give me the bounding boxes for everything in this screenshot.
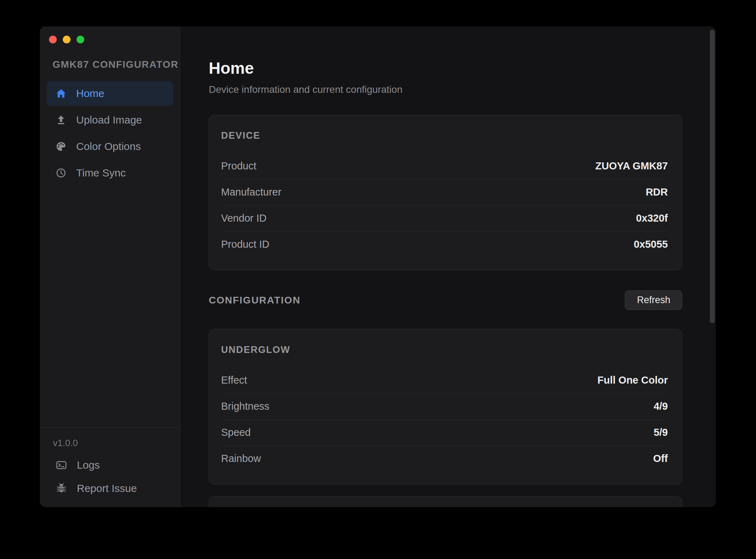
row-label: Speed	[221, 427, 251, 438]
sidebar-item-label: Logs	[77, 459, 100, 471]
scrollbar-thumb[interactable]	[710, 30, 715, 323]
row-label: Product ID	[221, 239, 269, 250]
row-label: Product	[221, 160, 256, 172]
row-label: Brightness	[221, 401, 269, 412]
sidebar-item-upload-image[interactable]: Upload Image	[47, 108, 173, 132]
main-content: Home Device information and current conf…	[180, 26, 716, 507]
row-value: RDR	[646, 186, 668, 198]
refresh-button[interactable]: Refresh	[625, 290, 682, 310]
row-label: Rainbow	[221, 453, 261, 464]
sidebar: GMK87 CONFIGURATOR Home Upload Image	[40, 26, 180, 507]
sidebar-item-time-sync[interactable]: Time Sync	[47, 161, 173, 185]
sidebar-footer: v1.0.0 Logs	[40, 427, 180, 507]
row-value: 5/9	[654, 427, 668, 438]
sidebar-item-color-options[interactable]: Color Options	[47, 134, 173, 159]
underglow-card-header: UNDERGLOW	[221, 344, 668, 355]
row-value: Off	[653, 453, 668, 464]
row-label: Effect	[221, 374, 247, 386]
device-row-manufacturer: Manufacturer RDR	[221, 179, 668, 205]
terminal-icon	[55, 459, 67, 471]
sidebar-item-label: Home	[76, 88, 104, 100]
row-value: 0x5055	[634, 239, 668, 250]
sidebar-item-report-issue[interactable]: Report Issue	[47, 477, 173, 500]
row-label: Manufacturer	[221, 186, 281, 198]
zoom-button[interactable]	[77, 36, 84, 43]
palette-icon	[55, 141, 67, 152]
device-card-header: DEVICE	[221, 130, 668, 141]
configuration-section-title: CONFIGURATION	[209, 295, 300, 306]
device-card: DEVICE Product ZUOYA GMK87 Manufacturer …	[209, 115, 682, 270]
window-controls	[40, 26, 180, 43]
page-title: Home	[209, 59, 682, 77]
sidebar-item-label: Report Issue	[77, 482, 137, 494]
row-value: 4/9	[654, 401, 668, 412]
app-title: GMK87 CONFIGURATOR	[53, 59, 180, 70]
device-row-product: Product ZUOYA GMK87	[221, 153, 668, 179]
underglow-row-speed: Speed 5/9	[221, 420, 668, 446]
sidebar-item-label: Upload Image	[76, 114, 142, 126]
underglow-row-effect: Effect Full One Color	[221, 367, 668, 393]
clock-icon	[55, 167, 67, 179]
sidebar-item-label: Color Options	[76, 140, 141, 152]
upload-icon	[55, 114, 67, 126]
page-subtitle: Device information and current configura…	[209, 84, 682, 95]
sidebar-item-logs[interactable]: Logs	[47, 453, 173, 477]
row-label: Vendor ID	[221, 212, 267, 224]
bug-icon	[55, 482, 67, 494]
home-icon	[55, 88, 67, 99]
next-card-partial	[209, 496, 682, 507]
underglow-row-brightness: Brightness 4/9	[221, 393, 668, 420]
sidebar-nav: Home Upload Image	[40, 81, 180, 187]
sidebar-item-home[interactable]: Home	[47, 81, 173, 106]
close-button[interactable]	[49, 36, 57, 43]
row-value: 0x320f	[636, 212, 668, 224]
app-version: v1.0.0	[53, 438, 173, 449]
minimize-button[interactable]	[63, 36, 71, 43]
device-row-vendor-id: Vendor ID 0x320f	[221, 205, 668, 232]
underglow-row-rainbow: Rainbow Off	[221, 446, 668, 471]
configuration-section-bar: CONFIGURATION Refresh	[209, 290, 682, 310]
underglow-card: UNDERGLOW Effect Full One Color Brightne…	[209, 329, 682, 485]
row-value: ZUOYA GMK87	[595, 160, 668, 172]
row-value: Full One Color	[597, 374, 668, 386]
device-row-product-id: Product ID 0x5055	[221, 232, 668, 257]
sidebar-item-label: Time Sync	[76, 167, 126, 179]
app-window: GMK87 CONFIGURATOR Home Upload Image	[40, 26, 716, 507]
